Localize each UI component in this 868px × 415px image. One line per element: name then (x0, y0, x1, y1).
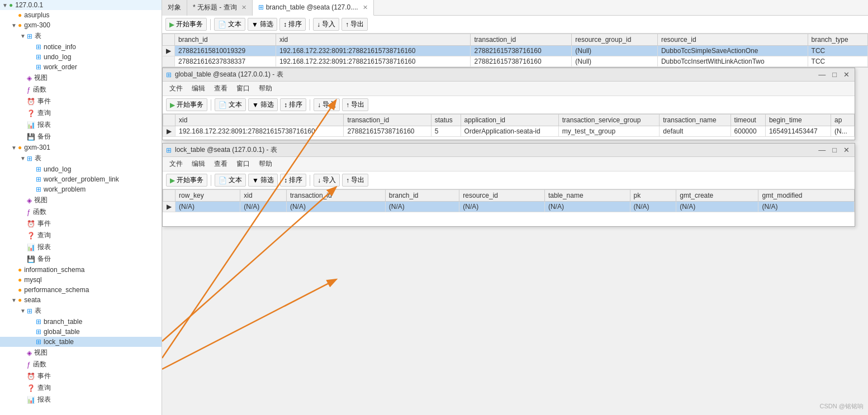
sidebar-item-gxm300[interactable]: ▼●gxm-300 (0, 20, 162, 30)
sidebar-item-gxm301-tables[interactable]: ▼⊞表 (0, 152, 162, 164)
global-sort-btn[interactable]: ↕ 排序 (280, 98, 306, 111)
text-btn[interactable]: 📄 文本 (214, 18, 245, 31)
sidebar-item-info_schema[interactable]: ●information_schema (0, 265, 162, 275)
sidebar-item-asurplus[interactable]: ●asurplus (0, 10, 162, 20)
table-row[interactable]: ▶192.168.172.232:8091:278821615738716160… (163, 126, 855, 137)
sidebar-label-gxm300-tables: 表 (35, 31, 41, 41)
sidebar-item-gxm300-reports[interactable]: 📊报表 (0, 119, 162, 131)
global-close-btn[interactable]: ✕ (842, 70, 851, 79)
tab-close-btn-2[interactable]: ✕ (363, 4, 368, 11)
report-icon: 📊 (27, 121, 35, 129)
sidebar-item-seata[interactable]: ▼●seata (0, 295, 162, 305)
global-menu-file[interactable]: 文件 (165, 83, 187, 94)
begin-transaction-btn[interactable]: ▶ 开始事务 (165, 18, 207, 31)
lock-text-btn[interactable]: 📄 文本 (215, 174, 246, 187)
sidebar-item-gxm300-queries[interactable]: ❓查询 (0, 107, 162, 119)
col-header-status: status (431, 115, 461, 126)
global-menu-view[interactable]: 查看 (210, 83, 232, 94)
sidebar-item-seata-events[interactable]: ⏰事件 (0, 370, 162, 382)
global-minimize-btn[interactable]: — (817, 70, 827, 79)
tab-close-btn-1[interactable]: ✕ (241, 4, 246, 11)
sidebar-label-seata-funcs: 函数 (33, 360, 46, 369)
sidebar-item-undo_log[interactable]: ⊞undo_log (0, 52, 162, 62)
lock-menu-view[interactable]: 查看 (210, 158, 232, 170)
global-menu-window[interactable]: 窗口 (232, 83, 254, 94)
sidebar-item-lock_table[interactable]: ⊞lock_table (0, 337, 162, 347)
global-export-btn[interactable]: ↑ 导出 (342, 98, 368, 111)
table-row[interactable]: ▶(N/A)(N/A)(N/A)(N/A)(N/A)(N/A)(N/A)(N/A… (163, 202, 855, 212)
sidebar-item-mysql[interactable]: ●mysql (0, 275, 162, 285)
sidebar-item-notice_info[interactable]: ⊞notice_info (0, 42, 162, 52)
sidebar-item-global_table[interactable]: ⊞global_table (0, 327, 162, 337)
global-menu-edit[interactable]: 编辑 (187, 83, 210, 94)
global-filter-btn[interactable]: ▼ 筛选 (248, 98, 278, 111)
sidebar-label-gxm301: gxm-301 (24, 144, 50, 151)
cell-resource_id: DubboTccSimpleSaveActionOne (657, 46, 808, 56)
import-btn[interactable]: ↓ 导入 (313, 18, 339, 31)
sidebar-item-work_problem[interactable]: ⊞work_problem (0, 184, 162, 194)
sidebar-item-server1[interactable]: ▼●127.0.0.1 (0, 0, 162, 10)
sidebar-item-seata-queries[interactable]: ❓查询 (0, 382, 162, 394)
global-begin-tx-btn[interactable]: ▶ 开始事务 (166, 98, 207, 111)
global-tx-icon: ▶ (170, 101, 175, 109)
sidebar-item-work_order[interactable]: ⊞work_order (0, 62, 162, 72)
global-text-btn[interactable]: 📄 文本 (215, 98, 246, 111)
lock-import-icon: ↓ (317, 177, 321, 184)
lock-restore-btn[interactable]: □ (831, 146, 838, 154)
global-menu-help[interactable]: 帮助 (254, 83, 277, 94)
transaction-icon: ▶ (169, 21, 174, 28)
event-icon: ⏰ (27, 220, 35, 228)
lock-close-btn[interactable]: ✕ (842, 146, 851, 154)
sidebar-item-work_order_problem_link[interactable]: ⊞work_order_problem_link (0, 174, 162, 184)
sidebar-item-undo_log2[interactable]: ⊞undo_log (0, 164, 162, 174)
sidebar-item-gxm300-views[interactable]: ◈视图 (0, 72, 162, 84)
tab-0[interactable]: 对象 (162, 0, 187, 16)
col-header-pk: pk (630, 190, 676, 202)
sidebar-item-gxm300-backups[interactable]: 💾备份 (0, 131, 162, 142)
sidebar-item-gxm301-backups[interactable]: 💾备份 (0, 253, 162, 265)
table-row[interactable]: 278821616237838337192.168.172.232:8091:2… (163, 56, 868, 67)
sidebar-item-seata-funcs[interactable]: ƒ函数 (0, 359, 162, 370)
col-header-transaction_name: transaction_name (660, 115, 731, 126)
export-btn[interactable]: ↑ 导出 (341, 18, 368, 31)
filter-btn[interactable]: ▼ 筛选 (248, 18, 277, 31)
lock-menu-window[interactable]: 窗口 (232, 158, 254, 170)
lock-begin-tx-btn[interactable]: ▶ 开始事务 (166, 174, 207, 187)
sidebar-item-seata-tables[interactable]: ▼⊞表 (0, 305, 162, 317)
global-import-btn[interactable]: ↓ 导入 (314, 98, 340, 111)
sidebar-item-gxm301-queries[interactable]: ❓查询 (0, 230, 162, 241)
tab-label-0: 对象 (168, 3, 181, 12)
sidebar-item-gxm301[interactable]: ▼●gxm-301 (0, 142, 162, 152)
cell-transaction_id: (N/A) (286, 202, 385, 212)
col-header-ap: ap (831, 115, 855, 126)
sidebar-item-gxm301-funcs[interactable]: ƒ函数 (0, 206, 162, 218)
sidebar-item-gxm301-views[interactable]: ◈视图 (0, 194, 162, 206)
tab-1[interactable]: * 无标题 - 查询✕ (187, 0, 253, 16)
global-panel-titlebar: ⊞ global_table @seata (127.0.0.1) - 表 — … (163, 68, 855, 82)
sidebar-item-seata-reports[interactable]: 📊报表 (0, 394, 162, 406)
lock-minimize-btn[interactable]: — (817, 146, 827, 154)
table-row[interactable]: ▶278821615810019329192.168.172.232:8091:… (163, 46, 868, 56)
global-table-panel: ⊞ global_table @seata (127.0.0.1) - 表 — … (162, 68, 855, 140)
lock-menu-help[interactable]: 帮助 (254, 158, 277, 170)
sidebar-item-seata-views[interactable]: ◈视图 (0, 347, 162, 359)
sidebar-item-gxm301-events[interactable]: ⏰事件 (0, 218, 162, 230)
sidebar-item-perf_schema[interactable]: ●performance_schema (0, 285, 162, 295)
tab-2[interactable]: ⊞ branch_table @seata (127.0....✕ (253, 0, 374, 16)
sidebar-item-gxm300-events[interactable]: ⏰事件 (0, 96, 162, 107)
sidebar-item-gxm300-tables[interactable]: ▼⊞表 (0, 30, 162, 42)
sort-btn[interactable]: ↕ 排序 (279, 18, 306, 31)
lock-menu-edit[interactable]: 编辑 (187, 158, 210, 170)
sidebar-item-gxm301-reports[interactable]: 📊报表 (0, 241, 162, 253)
col-header-timeout: timeout (731, 115, 765, 126)
lock-import-btn[interactable]: ↓ 导入 (314, 174, 340, 187)
global-restore-btn[interactable]: □ (831, 70, 838, 79)
row-marker: ▶ (163, 202, 176, 212)
sidebar-item-gxm300-funcs[interactable]: ƒ函数 (0, 84, 162, 96)
lock-export-btn[interactable]: ↑ 导出 (342, 174, 368, 187)
expand-icon-gxm301-tables: ▼ (20, 155, 27, 161)
lock-menu-file[interactable]: 文件 (165, 158, 187, 170)
lock-sort-btn[interactable]: ↕ 排序 (280, 174, 306, 187)
sidebar-item-branch_table[interactable]: ⊞branch_table (0, 317, 162, 327)
lock-filter-btn[interactable]: ▼ 筛选 (248, 174, 278, 187)
